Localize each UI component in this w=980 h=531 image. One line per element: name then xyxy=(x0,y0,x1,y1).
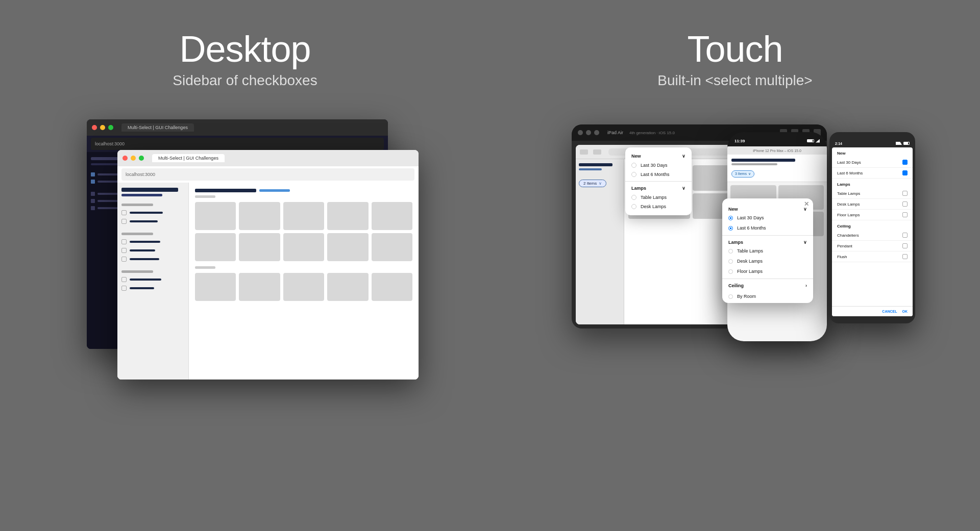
sidebar-light-item[interactable] xyxy=(121,257,184,262)
iphone-item-by-room[interactable]: By Room xyxy=(722,291,813,303)
minimize-dot-fg xyxy=(131,156,136,161)
android-label-last6: Last 6 Months xyxy=(837,171,863,175)
android-battery-icon xyxy=(903,142,910,145)
ipad-dot-1 xyxy=(578,130,583,135)
dropdown-new-label: New xyxy=(631,154,641,159)
radio-iphone-desk-lamps[interactable] xyxy=(728,259,733,264)
filter-badge-chevron: ∨ xyxy=(599,181,602,186)
iphone-item-floor-lamps[interactable]: Floor Lamps xyxy=(722,266,813,276)
item-text xyxy=(130,220,158,222)
iphone-label-table-lamps: Table Lamps xyxy=(737,248,763,254)
iphone-item-last6[interactable]: Last 6 Months xyxy=(722,223,813,233)
browser-url-bg: localhost:3000 xyxy=(95,141,125,146)
android-signal-icon xyxy=(896,142,902,145)
checkbox-light-4[interactable] xyxy=(121,248,127,253)
item-text xyxy=(130,258,159,260)
android-cancel-button[interactable]: CANCEL xyxy=(882,310,897,313)
android-checkbox-table-lamps[interactable] xyxy=(902,191,908,196)
grid-item-7 xyxy=(239,233,280,261)
android-label-table-lamps: Table Lamps xyxy=(837,191,860,196)
android-label-pendant: Pendant xyxy=(837,244,852,248)
android-checkbox-floor-lamps[interactable] xyxy=(902,212,908,217)
dropdown-item-table-lamps[interactable]: Table Lamps xyxy=(625,193,692,202)
checkbox-light-5[interactable] xyxy=(121,257,127,262)
iphone-dropdown-close-icon[interactable]: ✕ xyxy=(804,200,809,208)
browser-content-fg xyxy=(117,183,419,380)
radio-last30[interactable] xyxy=(631,163,636,168)
android-item-pendant[interactable]: Pendant xyxy=(832,241,913,251)
radio-iphone-floor-lamps[interactable] xyxy=(728,269,733,274)
sidebar-light-item[interactable] xyxy=(121,210,184,215)
grid-item-4 xyxy=(327,202,368,230)
radio-iphone-table-lamps[interactable] xyxy=(728,249,733,254)
radio-last6[interactable] xyxy=(631,172,636,177)
radio-desk-lamps[interactable] xyxy=(631,204,636,209)
android-checkbox-last6[interactable] xyxy=(902,170,908,175)
iphone-section-lamps: Lamps ∨ xyxy=(722,238,813,246)
dropdown-item-last30[interactable]: Last 30 Days xyxy=(625,161,692,170)
dropdown-lamps-label: Lamps xyxy=(631,186,646,191)
android-item-flush[interactable]: Flush xyxy=(832,251,913,262)
android-item-last6[interactable]: Last 6 Months xyxy=(832,168,913,179)
grid-item-9 xyxy=(327,233,368,261)
iphone-item-table-lamps[interactable]: Table Lamps xyxy=(722,246,813,256)
browser-stack: Multi-Select | GUI Challenges localhost:… xyxy=(87,119,403,364)
sidebar-light-item[interactable] xyxy=(121,286,184,291)
iphone-time: 11:39 xyxy=(734,139,745,143)
browser-fg: Multi-Select | GUI Challenges localhost:… xyxy=(117,150,419,380)
filter-badge-2-label: 2 Items xyxy=(583,181,597,186)
android-ok-button[interactable]: OK xyxy=(902,310,908,313)
iphone-filter-badge-label: 3 Items xyxy=(735,172,747,175)
sidebar-light-item[interactable] xyxy=(121,248,184,253)
radio-iphone-last30[interactable] xyxy=(728,216,733,220)
checkbox-light-3[interactable] xyxy=(121,239,127,244)
browser-tab-label-fg: Multi-Select | GUI Challenges xyxy=(158,156,218,161)
checkbox-light-6[interactable] xyxy=(121,277,127,282)
android-item-last30[interactable]: Last 30 Days xyxy=(832,157,913,168)
checkbox-light-1[interactable] xyxy=(121,210,127,215)
grid-item-1 xyxy=(195,202,236,230)
checkbox-light-2[interactable] xyxy=(121,219,127,224)
iphone-content-header: 3 Items ∨ xyxy=(727,155,827,182)
android-checkbox-last30[interactable] xyxy=(902,160,908,165)
android-item-floor-lamps[interactable]: Floor Lamps xyxy=(832,210,913,220)
ipad-dropdown-popup: New ∨ Last 30 Days Last 6 Months Lamps ∨ xyxy=(625,147,692,215)
iphone-item-desk-lamps[interactable]: Desk Lamps xyxy=(722,256,813,266)
grid-item-13 xyxy=(283,273,324,301)
checkbox-5 xyxy=(91,206,95,210)
nav-header xyxy=(579,163,612,166)
checkbox-checked-2 xyxy=(91,180,95,184)
forward-icon xyxy=(593,149,601,155)
android-checkbox-chandeliers[interactable] xyxy=(902,233,908,238)
android-list: New Last 30 Days Last 6 Months Lamps xyxy=(832,147,913,306)
sidebar-light-item[interactable] xyxy=(121,239,184,244)
android-screen: New Last 30 Days Last 6 Months Lamps xyxy=(832,147,913,316)
back-icon xyxy=(580,149,588,155)
checkbox-light-7[interactable] xyxy=(121,286,127,291)
iphone-divider-1 xyxy=(722,235,813,236)
iphone-item-last30[interactable]: Last 30 Days xyxy=(722,213,813,223)
android-item-desk-lamps[interactable]: Desk Lamps xyxy=(832,199,913,210)
iphone-filter-badge[interactable]: 3 Items ∨ xyxy=(731,170,754,178)
iphone-label-last30: Last 30 Days xyxy=(737,215,764,220)
dropdown-item-desk-lamps[interactable]: Desk Lamps xyxy=(625,202,692,211)
android-checkbox-pendant[interactable] xyxy=(902,243,908,248)
checkbox-checked-1 xyxy=(91,172,95,176)
radio-table-lamps[interactable] xyxy=(631,195,636,200)
android-checkbox-desk-lamps[interactable] xyxy=(902,201,908,207)
iphone-divider-2 xyxy=(722,279,813,279)
sidebar-light-item[interactable] xyxy=(121,219,184,224)
android-item-chandeliers[interactable]: Chandeliers xyxy=(832,230,913,241)
main-grid xyxy=(195,202,412,261)
dropdown-section-new: New ∨ xyxy=(625,151,692,161)
browser-addressbar-fg: localhost:3000 xyxy=(121,168,414,181)
android-checkbox-flush[interactable] xyxy=(902,254,908,259)
grid-item-3 xyxy=(283,202,324,230)
sidebar-light-item[interactable] xyxy=(121,277,184,282)
desktop-subtitle: Sidebar of checkboxes xyxy=(173,72,317,89)
radio-iphone-by-room[interactable] xyxy=(728,294,733,299)
android-item-table-lamps[interactable]: Table Lamps xyxy=(832,188,913,199)
radio-iphone-last6[interactable] xyxy=(728,226,733,231)
filter-badge-2-items[interactable]: 2 Items ∨ xyxy=(579,180,606,187)
dropdown-item-last6[interactable]: Last 6 Months xyxy=(625,170,692,179)
